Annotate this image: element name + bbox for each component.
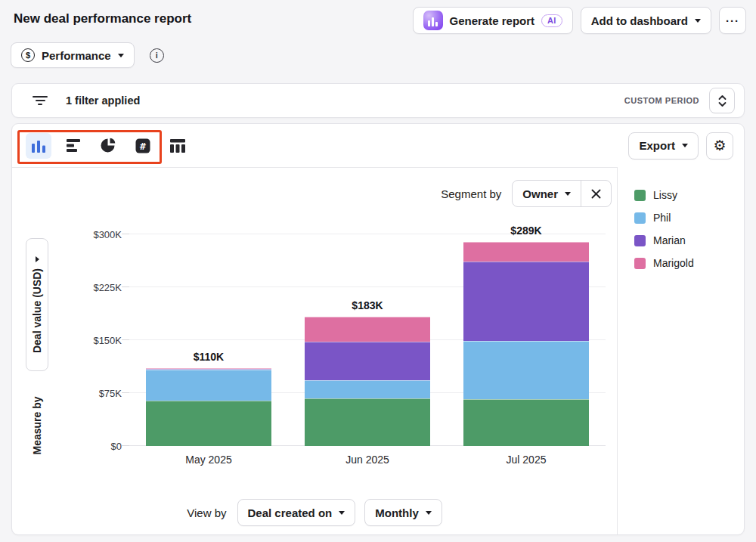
legend-item[interactable]: Lissy: [634, 184, 744, 206]
bar-segment-lissy[interactable]: [305, 398, 430, 446]
chevron-down-icon: [682, 144, 688, 147]
chart-type-column[interactable]: [26, 133, 51, 159]
report-type-dropdown[interactable]: $ Performance: [11, 42, 135, 68]
filter-icon[interactable]: [33, 96, 48, 105]
horizontal-bar-chart-icon: [67, 138, 81, 153]
period-stepper-button[interactable]: [709, 88, 735, 113]
filter-applied-text[interactable]: 1 filter applied: [66, 94, 140, 107]
export-button[interactable]: Export: [628, 132, 699, 160]
bar-slot: $289KJul 2025: [447, 234, 606, 446]
bar-segment-phil[interactable]: [305, 380, 430, 398]
gear-icon: ⚙: [713, 137, 726, 154]
segment-by-control: Owner: [512, 180, 612, 207]
chart-toolbar: # Export ⚙: [12, 124, 744, 167]
legend-item[interactable]: Phil: [634, 206, 744, 229]
bar-total-label: $110K: [129, 351, 288, 363]
chevron-down-icon: [118, 54, 124, 57]
measure-by-label: Measure by: [26, 382, 48, 469]
settings-button[interactable]: ⚙: [706, 132, 733, 160]
segment-by-dropdown[interactable]: Owner: [513, 181, 581, 206]
view-by-dimension-dropdown[interactable]: Deal created on: [237, 499, 356, 526]
bar-total-label: $289K: [447, 225, 606, 237]
generate-report-button[interactable]: Generate report AI: [413, 7, 573, 34]
legend-swatch: [634, 212, 646, 224]
toolbar-right: Export ⚙: [628, 132, 733, 160]
bar-slot: $110KMay 2025: [129, 234, 288, 446]
ai-chart-icon: [423, 11, 443, 30]
segment-remove-button[interactable]: [581, 181, 611, 206]
legend-item[interactable]: Marian: [634, 229, 744, 252]
filter-bar: 1 filter applied CUSTOM PERIOD: [11, 83, 745, 118]
measure-by-label-text: Measure by: [31, 396, 43, 454]
bar-segment-marigold[interactable]: [146, 368, 271, 369]
view-by-dimension-value: Deal created on: [248, 506, 333, 519]
chart-legend: LissyPhilMarianMarigold: [617, 167, 744, 534]
chevron-down-icon: [695, 19, 701, 23]
add-to-dashboard-button[interactable]: Add to dashboard: [581, 7, 711, 34]
chart-type-table[interactable]: [165, 133, 191, 159]
table-chart-icon: [170, 138, 185, 153]
bar-segment-marigold[interactable]: [463, 242, 589, 262]
x-axis-label: Jul 2025: [447, 454, 606, 466]
bar-segment-marian[interactable]: [463, 262, 589, 341]
number-metric-icon: #: [135, 138, 150, 153]
y-axis-label: $225K: [63, 282, 122, 293]
bar-segment-marigold[interactable]: [305, 317, 430, 342]
measure-by-value: Deal value (USD): [31, 256, 43, 353]
add-to-dashboard-label: Add to dashboard: [591, 14, 688, 27]
axis-tick: [122, 234, 129, 234]
legend-label: Phil: [653, 212, 671, 224]
bar-segment-lissy[interactable]: [146, 401, 271, 446]
view-by-granularity-value: Monthly: [375, 506, 419, 519]
view-by-label: View by: [187, 506, 226, 519]
chevron-down-icon: [36, 256, 39, 262]
bar-stack: [146, 234, 271, 446]
measure-by-dropdown[interactable]: Deal value (USD): [26, 238, 48, 371]
axis-tick: [122, 392, 129, 393]
up-down-chevrons-icon: [717, 94, 727, 107]
info-icon[interactable]: i: [150, 48, 164, 63]
bar-segment-marian[interactable]: [146, 369, 271, 370]
legend-label: Marian: [653, 234, 686, 246]
axis-tick: [122, 339, 129, 340]
chart-type-pie[interactable]: [95, 133, 121, 159]
chart-type-horizontal-bar[interactable]: [60, 133, 86, 159]
bar-segment-phil[interactable]: [146, 370, 271, 401]
chart-type-switcher: #: [26, 133, 191, 159]
report-type-label: Performance: [42, 49, 111, 62]
chart-type-number[interactable]: #: [130, 133, 156, 159]
bar-segment-marian[interactable]: [305, 342, 430, 380]
view-by-granularity-dropdown[interactable]: Monthly: [364, 499, 442, 526]
header-actions: Generate report AI Add to dashboard ···: [413, 7, 746, 34]
custom-period-label: CUSTOM PERIOD: [624, 96, 699, 105]
y-axis-label: $0: [63, 441, 122, 452]
more-actions-button[interactable]: ···: [719, 7, 746, 34]
bar-segment-phil[interactable]: [463, 341, 589, 399]
bar-total-label: $183K: [288, 299, 447, 311]
page-title: New deal performance report: [14, 11, 191, 26]
axis-tick: [122, 286, 129, 287]
legend-item[interactable]: Marigold: [634, 252, 744, 274]
ellipsis-icon: ···: [726, 14, 739, 27]
segment-by-row: Segment by Owner: [441, 180, 612, 207]
bar-stack: [463, 234, 589, 446]
report-card: # Export ⚙: [11, 123, 745, 535]
legend-swatch: [634, 235, 646, 246]
close-icon: [591, 189, 601, 199]
legend-swatch: [634, 258, 646, 269]
bar-slots: $110KMay 2025$183KJun 2025$289KJul 2025: [129, 234, 606, 446]
legend-label: Lissy: [653, 189, 677, 201]
svg-text:#: #: [140, 140, 146, 151]
ai-badge: AI: [541, 14, 562, 27]
axis-tick: [122, 445, 129, 446]
plot-area: $0$75K$150K$225K$300K$110KMay 2025$183KJ…: [129, 234, 606, 446]
chart-region: Segment by Owner Deal v: [12, 167, 617, 534]
chevron-down-icon: [339, 511, 345, 515]
export-label: Export: [639, 139, 675, 152]
generate-report-label: Generate report: [450, 14, 535, 27]
chevron-down-icon: [565, 192, 571, 196]
chevron-down-icon: [426, 511, 432, 515]
bar-slot: $183KJun 2025: [288, 234, 447, 446]
report-type-row: $ Performance i: [11, 42, 164, 68]
bar-segment-lissy[interactable]: [463, 399, 589, 446]
